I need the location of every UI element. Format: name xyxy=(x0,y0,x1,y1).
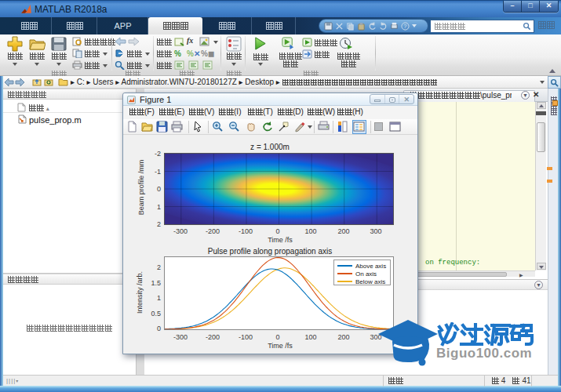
svg-text:?: ? xyxy=(403,23,406,30)
